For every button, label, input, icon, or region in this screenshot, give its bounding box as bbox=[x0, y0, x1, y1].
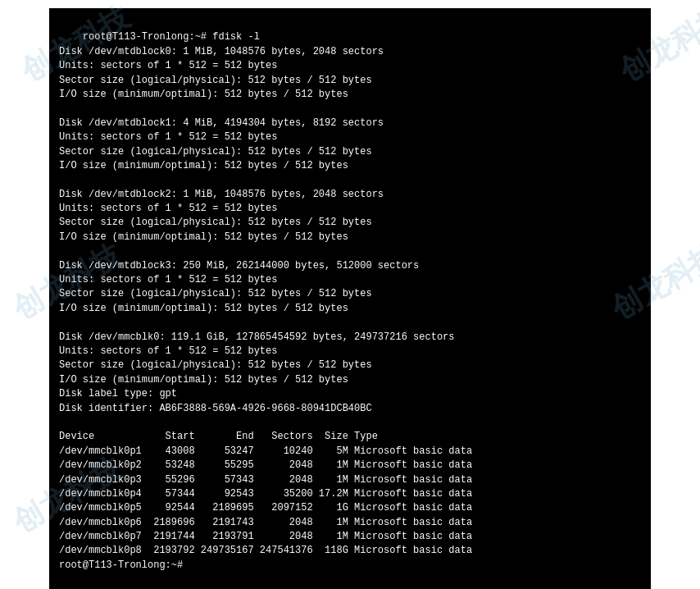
terminal-window: root@T113-Tronlong:~# fdisk -l Disk /dev… bbox=[49, 8, 651, 589]
page-content: root@T113-Tronlong:~# fdisk -l Disk /dev… bbox=[0, 0, 700, 589]
terminal-text: root@T113-Tronlong:~# fdisk -l Disk /dev… bbox=[59, 31, 472, 570]
